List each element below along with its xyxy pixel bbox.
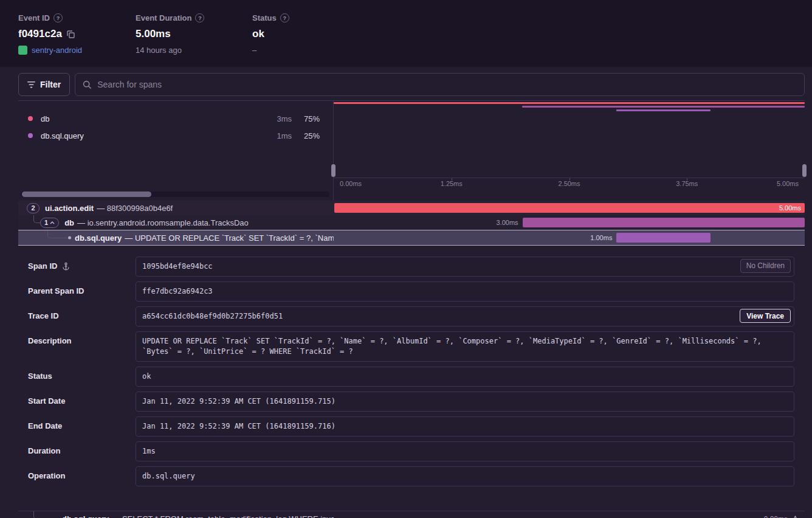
detail-row-status: Status ok <box>28 367 794 387</box>
detail-row-description: Description UPDATE OR REPLACE `Track` SE… <box>28 331 794 362</box>
op-percent: 25% <box>292 131 320 140</box>
op-name: db <box>41 114 49 123</box>
span-search[interactable] <box>75 73 805 96</box>
minimap-left-handle[interactable] <box>331 164 335 177</box>
status-block: Status ? ok – <box>252 0 289 67</box>
span-id-label: Span ID <box>28 261 57 271</box>
warning-icon[interactable] <box>791 516 799 518</box>
op-color-dot <box>28 133 33 138</box>
span-tree: 2 ui.action.edit — 88f300998a0b4e6f 5.00… <box>18 201 805 246</box>
spans-toolbar: Filter <box>18 73 805 96</box>
end-date-label: End Date <box>28 421 62 430</box>
help-icon[interactable]: ? <box>280 13 289 22</box>
op-name: db.sql.query <box>41 131 84 140</box>
span-op: db.sql.query <box>62 514 109 518</box>
span-description: — io.sentry.android.roomsample.data.Trac… <box>77 218 249 227</box>
description-label: Description <box>28 336 72 345</box>
span-op: ui.action.edit <box>45 204 94 213</box>
ops-breakdown: db 3ms 75% db.sql.query 1ms 25% <box>18 101 334 188</box>
search-icon <box>83 80 92 89</box>
scrollbar-thumb[interactable] <box>22 192 151 197</box>
span-duration-label: 0.00ms <box>764 515 788 518</box>
help-icon[interactable]: ? <box>53 13 63 22</box>
span-detail-panel: Span ID 1095bd4ef8e94bcc No Children Par… <box>18 246 805 511</box>
duration-value: 1ms <box>136 441 794 461</box>
operation-value: db.sql.query <box>136 466 794 486</box>
span-row-db-sql-query-selected[interactable]: db.sql.query — UPDATE OR REPLACE `Track`… <box>18 230 805 246</box>
parent-span-id-label: Parent Span ID <box>28 286 84 295</box>
minimap-span-bar <box>522 106 805 108</box>
detail-row-trace-id: Trace ID a654cc61dc0b48ef9d0b27275b6f0d5… <box>28 306 794 326</box>
children-count-badge[interactable]: 2 <box>27 203 40 213</box>
detail-row-span-id: Span ID 1095bd4ef8e94bcc No Children <box>28 257 794 277</box>
minimap-span-bar <box>334 102 805 104</box>
no-children-badge: No Children <box>740 259 791 273</box>
start-date-value: Jan 11, 2022 9:52:39 AM CET (1641891159.… <box>136 392 794 412</box>
description-value: UPDATE OR REPLACE `Track` SET `TrackId` … <box>136 331 794 362</box>
filter-button-label: Filter <box>40 80 61 89</box>
filter-button[interactable]: Filter <box>18 73 70 96</box>
ops-breakdown-row[interactable]: db.sql.query 1ms 25% <box>28 127 320 144</box>
duration-label: Duration <box>28 446 60 455</box>
end-date-value: Jan 11, 2022 9:52:39 AM CET (1641891159.… <box>136 416 794 437</box>
chevron-up-icon <box>50 221 55 224</box>
parent-span-id-value: ffe7dbc92a6942c3 <box>136 281 794 302</box>
span-id-value: 1095bd4ef8e94bcc No Children <box>136 257 794 277</box>
span-duration-label: 1.00ms <box>590 233 612 243</box>
view-trace-button[interactable]: View Trace <box>740 309 791 323</box>
span-duration-bar[interactable]: 5.00ms <box>334 203 805 213</box>
project-link[interactable]: sentry-android <box>32 46 82 55</box>
trace-view-panel: db 3ms 75% db.sql.query 1ms 25% 0.00 <box>18 100 805 518</box>
minimap-timeline[interactable]: 0.00ms 1.25ms 2.50ms 3.75ms 5.00ms <box>334 101 805 188</box>
axis-tick-label: 0.00ms <box>340 180 362 187</box>
detail-row-end-date: End Date Jan 11, 2022 9:52:39 AM CET (16… <box>28 416 794 437</box>
project-avatar-icon <box>18 46 27 55</box>
trace-id-label: Trace ID <box>28 311 59 320</box>
axis-tick-label: 2.50ms <box>558 180 580 187</box>
span-description: — UPDATE OR REPLACE `Track` SET `TrackId… <box>125 233 334 243</box>
span-description: — SELECT * FROM room_table_modification_… <box>112 514 334 518</box>
axis-tick-label: 5.00ms <box>777 180 799 187</box>
status-value: ok <box>252 28 264 40</box>
event-id-label-row: Event ID ? <box>18 13 136 22</box>
op-percent: 75% <box>292 114 320 123</box>
detail-row-start-date: Start Date Jan 11, 2022 9:52:39 AM CET (… <box>28 392 794 412</box>
op-duration: 3ms <box>260 114 292 123</box>
help-icon[interactable]: ? <box>195 13 204 22</box>
span-duration-bar[interactable]: 3.00ms <box>523 218 805 227</box>
span-duration-bar[interactable]: 1.00ms <box>616 233 710 243</box>
scrollbar-row <box>18 188 805 201</box>
axis-tick-label: 3.75ms <box>676 180 698 187</box>
span-row-db[interactable]: 1 db — io.sentry.android.roomsample.data… <box>18 215 805 230</box>
detail-row-parent-span-id: Parent Span ID ffe7dbc92a6942c3 <box>28 281 794 302</box>
span-row-db-sql-query-select[interactable]: db.sql.query — SELECT * FROM room_table_… <box>18 511 805 518</box>
anchor-icon[interactable] <box>62 262 70 271</box>
status-label: Status <box>252 13 277 22</box>
status-sub: – <box>252 46 289 55</box>
start-date-label: Start Date <box>28 396 65 406</box>
horizontal-scrollbar[interactable] <box>21 192 329 197</box>
ops-breakdown-row[interactable]: db 3ms 75% <box>28 110 320 127</box>
op-duration: 1ms <box>260 131 292 140</box>
minimap-right-handle[interactable] <box>802 164 807 177</box>
minimap-span-bar <box>616 109 710 111</box>
span-description: — 88f300998a0b4e6f <box>97 204 173 213</box>
search-input[interactable] <box>97 80 797 89</box>
status-row-label: Status <box>28 371 52 381</box>
span-op: db <box>64 218 74 227</box>
event-header: Event ID ? f0491c2a sentry-android Event… <box>0 0 812 67</box>
operation-label: Operation <box>28 471 65 480</box>
span-duration-label: 3.00ms <box>497 218 518 227</box>
span-row-ui-action-edit[interactable]: 2 ui.action.edit — 88f300998a0b4e6f 5.00… <box>18 201 805 215</box>
copy-icon[interactable] <box>67 30 75 38</box>
children-count-badge[interactable]: 1 <box>40 218 59 228</box>
trace-minimap: db 3ms 75% db.sql.query 1ms 25% 0.00 <box>18 101 805 188</box>
event-duration-value: 5.00ms <box>136 28 171 40</box>
detail-row-operation: Operation db.sql.query <box>28 466 794 486</box>
trace-id-value: a654cc61dc0b48ef9d0b27275b6f0d51 View Tr… <box>136 306 794 326</box>
event-duration-label: Event Duration <box>136 13 191 22</box>
span-op: db.sql.query <box>75 233 122 243</box>
axis-tick-label: 1.25ms <box>441 180 463 187</box>
event-duration-block: Event Duration ? 5.00ms 14 hours ago <box>136 0 252 67</box>
event-id-block: Event ID ? f0491c2a sentry-android <box>18 0 136 67</box>
